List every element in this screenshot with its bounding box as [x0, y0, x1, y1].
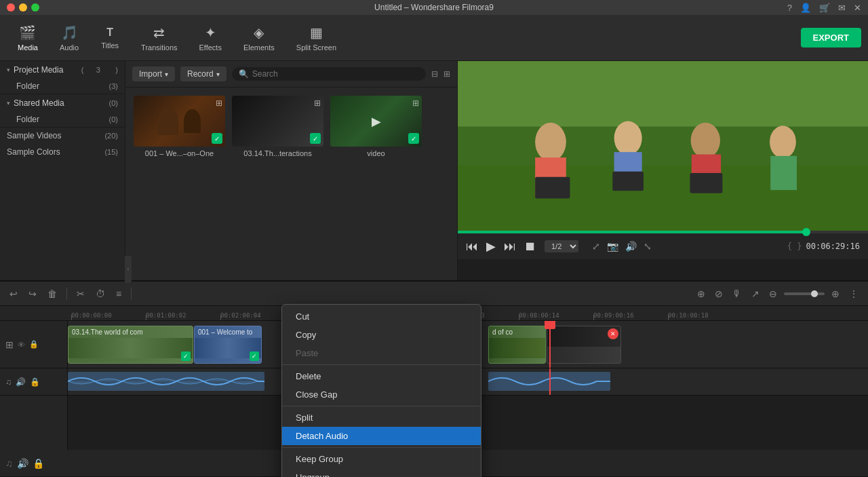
grid-view-icon[interactable]: ⊞: [443, 69, 450, 79]
media-item-3[interactable]: ▶ ⊞ ✓ video: [330, 96, 422, 157]
fast-forward-button[interactable]: ⏭: [504, 240, 516, 254]
clip-3[interactable]: d of co: [488, 326, 546, 364]
close-button[interactable]: [7, 3, 15, 12]
ctx-copy-label: Copy: [296, 330, 316, 340]
project-media-header[interactable]: ▾ Project Media ( 3 ): [0, 61, 125, 79]
titlebar-icons: ? 👤 🛒 ✉ ✕: [787, 3, 861, 13]
ctx-split[interactable]: Split: [282, 408, 481, 427]
zoom-in-button[interactable]: ⊕: [829, 287, 842, 301]
delete-button[interactable]: 🗑: [45, 287, 60, 301]
check-badge-1: ✓: [212, 133, 222, 144]
clip-1[interactable]: 03.14.The world of com ✓: [68, 326, 193, 364]
zoom-slider[interactable]: [784, 292, 825, 295]
svg-rect-11: [535, 177, 570, 199]
nav-effects[interactable]: ✦ Effects: [189, 20, 233, 56]
sample-colors-item[interactable]: Sample Colors (15): [0, 144, 125, 160]
transitions-label: Transitions: [141, 43, 177, 52]
maximize-button[interactable]: [31, 3, 39, 12]
audio-playhead: [549, 368, 551, 395]
search-input[interactable]: [252, 69, 419, 79]
audio-icon-lock[interactable]: 🔒: [33, 458, 44, 469]
shared-folder-item[interactable]: Folder (0): [0, 112, 125, 127]
mic-button[interactable]: 🎙: [730, 287, 745, 301]
marker-button[interactable]: ⊘: [712, 287, 726, 301]
preview-progress: [458, 231, 806, 233]
project-folder-item[interactable]: Folder (3): [0, 79, 125, 94]
audio-adj-button[interactable]: ≡: [113, 287, 124, 301]
account-icon[interactable]: 👤: [800, 3, 811, 13]
volume-track-icon[interactable]: 🔊: [16, 377, 26, 387]
preview-video: [458, 61, 868, 231]
svg-rect-1: [458, 61, 868, 126]
media-item-1[interactable]: ⊞ ✓ 001 – We...–on–One: [134, 96, 225, 157]
nav-audio[interactable]: 🎵 Audio: [49, 20, 90, 56]
nav-elements[interactable]: ◈ Elements: [233, 20, 285, 56]
chevron-down-icon: ▾: [7, 66, 10, 73]
folder-label: Folder: [16, 81, 39, 91]
shared-media-header[interactable]: ▾ Shared Media (0): [0, 94, 125, 112]
redo-button[interactable]: ↪: [26, 287, 39, 301]
media-toolbar-icons: ⊟ ⊞: [431, 69, 450, 79]
snapshot-icon[interactable]: 📷: [607, 241, 618, 252]
audio-icon-music[interactable]: ♫: [5, 458, 13, 469]
ctx-ungroup[interactable]: Ungroup: [282, 468, 481, 477]
fullscreen-icon[interactable]: ⤡: [644, 241, 652, 252]
snap-button[interactable]: ⊕: [694, 287, 708, 301]
mail-icon[interactable]: ✉: [838, 3, 846, 13]
ctx-detach-audio[interactable]: Detach Audio: [282, 427, 481, 445]
undo-button[interactable]: ↩: [7, 287, 20, 301]
rewind-button[interactable]: ⏮: [466, 240, 478, 254]
timeline-toolbar: ↩ ↪ 🗑 ✂ ⏱ ≡ ⊕ ⊘ 🎙 ↗ ⊖ ⊕ ⋮: [0, 282, 868, 306]
lock-track-icon[interactable]: 🔒: [30, 377, 40, 387]
media-label: Media: [18, 43, 38, 52]
search-box[interactable]: 🔍: [232, 67, 426, 81]
volume-icon[interactable]: 🔊: [625, 241, 637, 252]
cart-icon[interactable]: 🛒: [819, 3, 830, 13]
quality-selector[interactable]: 1/2 Full 1/4: [545, 240, 578, 252]
sample-videos-item[interactable]: Sample Videos (20): [0, 128, 125, 144]
clip-4[interactable]: ✕: [547, 326, 621, 364]
svg-rect-10: [770, 156, 797, 190]
export-button[interactable]: EXPORT: [801, 28, 861, 47]
clip-4-close[interactable]: ✕: [608, 328, 618, 339]
minimize-button[interactable]: [19, 3, 27, 12]
clip-2[interactable]: 001 – Welcome to ✓: [194, 326, 262, 364]
import-button[interactable]: Import ▾: [132, 66, 175, 81]
nav-media[interactable]: 🎬 Media: [7, 20, 49, 56]
import-chevron-icon: ▾: [165, 71, 168, 78]
nav-titles[interactable]: T Titles: [90, 22, 130, 54]
media-item-2[interactable]: ⊞ ✓ 03.14.Th...teractions: [232, 96, 323, 157]
help-icon[interactable]: ?: [787, 3, 792, 13]
audio-icon-volume[interactable]: 🔊: [17, 458, 28, 469]
ctx-close-gap[interactable]: Close Gap: [282, 385, 481, 404]
filter-icon[interactable]: ⊟: [431, 69, 438, 79]
ctx-delete[interactable]: Delete: [282, 367, 481, 385]
project-media-count-close: ): [115, 66, 118, 74]
ctx-cut[interactable]: Cut: [282, 307, 481, 326]
close-icon[interactable]: ✕: [854, 3, 861, 13]
collapse-panel-arrow[interactable]: ‹: [125, 256, 132, 283]
media-icon: 🎬: [19, 24, 36, 41]
media-thumb-2: ⊞ ✓: [232, 96, 323, 147]
eye-icon[interactable]: 👁: [18, 341, 25, 349]
more-button[interactable]: ⋮: [846, 287, 861, 301]
voiceover-button[interactable]: ↗: [749, 287, 762, 301]
zoom-out-button[interactable]: ⊖: [766, 287, 780, 301]
track-labels: ⊞ 👁 🔒 ♫ 🔊 🔒: [0, 321, 68, 450]
cut-button[interactable]: ✂: [74, 287, 87, 301]
record-button[interactable]: Record ▾: [180, 66, 226, 81]
lock-icon[interactable]: 🔒: [29, 340, 39, 349]
play-button[interactable]: ▶: [486, 239, 496, 254]
ctx-keep-group[interactable]: Keep Group: [282, 450, 481, 468]
ctx-sep-1: [282, 364, 481, 365]
preview-playbar[interactable]: [458, 231, 868, 233]
screen-size-icon[interactable]: ⤢: [592, 241, 600, 252]
nav-transitions[interactable]: ⇄ Transitions: [130, 20, 188, 56]
play-overlay-icon: ▶: [372, 114, 381, 129]
nav-splitscreen[interactable]: ▦ Split Screen: [285, 20, 347, 56]
media-name-2: 03.14.Th...teractions: [232, 149, 323, 157]
stop-button[interactable]: ⏹: [524, 240, 536, 254]
ctx-copy[interactable]: Copy: [282, 326, 481, 344]
zoom-handle: [811, 290, 818, 297]
speed-button[interactable]: ⏱: [93, 287, 108, 301]
